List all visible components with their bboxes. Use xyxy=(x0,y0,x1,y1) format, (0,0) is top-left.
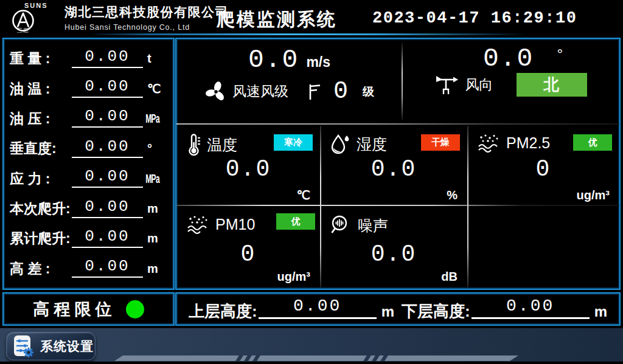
humidity-unit: % xyxy=(447,188,458,202)
upper-height-unit: m xyxy=(381,304,394,319)
pm25-label: PM2.5 xyxy=(506,134,550,152)
pm25-status-badge: 优 xyxy=(573,134,612,151)
humidity-value: 0.0 xyxy=(320,156,467,182)
humidity-cell: 湿度 干燥 0.0 % xyxy=(320,125,467,205)
wind-level-unit: 级 xyxy=(363,84,374,100)
metric-row-stress: 应 力 : 0.00 MPa xyxy=(10,164,167,194)
weight-value: 0.00 xyxy=(72,49,143,68)
temperature-unit: ℃ xyxy=(297,188,310,202)
lower-height-unit: m xyxy=(594,304,607,319)
pm10-status-badge: 优 xyxy=(276,213,315,230)
temperature-status-badge: 寒冷 xyxy=(274,134,313,151)
metrics-panel: 重 量 : 0.00 t 油 温 : 0.00 ℃ 油 压 : 0.00 MPa… xyxy=(2,38,175,290)
pm10-cell: PM10 优 0 ug/m³ xyxy=(176,206,320,289)
page-title: 爬模监测系统 xyxy=(217,7,337,32)
oil-pressure-value: 0.00 xyxy=(72,108,143,128)
metric-label: 本次爬升: xyxy=(10,199,72,218)
wind-speed-value: 0.0 xyxy=(248,47,299,73)
noise-unit: dB xyxy=(441,270,458,284)
upper-height-value: 0.00 xyxy=(259,298,377,319)
wind-level-value: 0 xyxy=(333,78,348,105)
metric-unit: ° xyxy=(143,142,167,156)
metric-row-current-climb: 本次爬升: 0.00 m xyxy=(10,194,167,224)
thermometer-icon xyxy=(186,133,201,156)
metric-unit: m xyxy=(143,232,167,246)
temperature-cell: 温度 寒冷 0.0 ℃ xyxy=(176,125,320,205)
pm25-unit: ug/m³ xyxy=(577,188,610,202)
lower-height-label: 下层高度: xyxy=(402,303,470,319)
metric-label: 重 量 : xyxy=(10,49,72,68)
temperature-value: 0.0 xyxy=(176,156,320,182)
metric-unit: MPa xyxy=(143,172,158,186)
heights-panel: 上层高度: 0.00 m 下层高度: 0.00 m xyxy=(175,292,621,326)
droplet-icon xyxy=(330,133,350,155)
wind-vane-icon xyxy=(435,74,459,96)
pm25-cell: PM2.5 优 0 ug/m³ xyxy=(467,125,619,205)
wind-group-label: 风速风级 xyxy=(232,82,288,101)
lower-height-value: 0.00 xyxy=(472,298,590,319)
metric-unit: m xyxy=(143,262,167,276)
settings-icon xyxy=(13,334,35,359)
verticality-value: 0.00 xyxy=(72,139,143,158)
metric-row-oil-pressure: 油 压 : 0.00 MPa xyxy=(10,104,167,134)
metric-label: 垂直度: xyxy=(10,139,72,158)
elevation-limit-label: 高程限位 xyxy=(33,298,116,320)
height-diff-value: 0.00 xyxy=(72,258,143,278)
logo-cn-text: 三思 xyxy=(17,27,29,35)
oil-temp-value: 0.00 xyxy=(72,78,143,98)
humidity-status-badge: 干燥 xyxy=(421,134,460,151)
env-row-2: PM10 优 0 ug/m³ 噪声 0.0 dB xyxy=(176,206,619,289)
stress-value: 0.00 xyxy=(72,168,143,188)
metric-row-oil-temp: 油 温 : 0.00 ℃ xyxy=(10,74,167,103)
wind-direction-value: 0.0 xyxy=(483,46,534,72)
system-settings-button[interactable]: 系统设置 xyxy=(6,332,96,360)
wind-direction-label: 风向 xyxy=(465,75,493,94)
metric-row-total-climb: 累计爬升: 0.00 m xyxy=(10,224,167,253)
fan-icon xyxy=(204,80,228,103)
elevation-limit-indicator xyxy=(126,300,144,318)
metric-label: 油 温 : xyxy=(10,80,72,98)
temperature-label: 温度 xyxy=(207,135,237,155)
noise-cell: 噪声 0.0 dB xyxy=(320,206,467,289)
metric-unit: ℃ xyxy=(143,81,167,96)
company-name-cn: 湖北三思科技股份有限公司 xyxy=(64,4,229,21)
metric-unit: MPa xyxy=(143,112,158,126)
pm25-value: 0 xyxy=(467,156,619,182)
settings-button-label: 系统设置 xyxy=(40,338,94,355)
current-climb-value: 0.00 xyxy=(72,199,143,218)
wind-speed-unit: m/s xyxy=(306,54,330,70)
header: SUNS 三思 湖北三思科技股份有限公司 Hubei Sansi Technol… xyxy=(0,0,623,33)
wind-direction-badge: 北 xyxy=(517,73,587,97)
company-name-block: 湖北三思科技股份有限公司 Hubei Sansi Technology Co.,… xyxy=(64,4,229,32)
pm10-value: 0 xyxy=(176,241,320,267)
datetime-display: 2023-04-17 16:29:10 xyxy=(372,9,577,27)
lower-height-group: 下层高度: 0.00 m xyxy=(398,294,611,324)
wind-direction-unit: ° xyxy=(557,47,563,61)
metric-label: 累计爬升: xyxy=(10,229,72,248)
metric-row-verticality: 垂直度: 0.00 ° xyxy=(10,134,167,163)
wind-speed-section: 0.0 m/s 风速风级 xyxy=(176,39,402,123)
environment-panel: 0.0 m/s 风速风级 xyxy=(175,38,621,290)
noise-value: 0.0 xyxy=(320,241,467,267)
footer-stripe xyxy=(114,355,518,361)
pm10-unit: ug/m³ xyxy=(277,270,310,284)
env-row-1: 温度 寒冷 0.0 ℃ 湿度 干燥 0.0 % xyxy=(176,125,619,205)
wind-flag-icon xyxy=(307,82,322,101)
empty-cell xyxy=(467,206,619,289)
humidity-label: 湿度 xyxy=(357,134,387,154)
pm10-label: PM10 xyxy=(215,216,255,233)
metric-label: 应 力 : xyxy=(10,170,72,188)
metric-label: 油 压 : xyxy=(10,109,72,128)
upper-height-group: 上层高度: 0.00 m xyxy=(185,294,398,324)
upper-height-label: 上层高度: xyxy=(189,303,257,319)
company-logo: SUNS 三思 xyxy=(7,1,63,33)
particles-icon xyxy=(477,133,500,153)
header-accent-line xyxy=(88,33,527,35)
total-climb-value: 0.00 xyxy=(72,228,143,248)
metric-unit: t xyxy=(143,52,167,66)
metric-row-height-diff: 高 差 : 0.00 m xyxy=(10,254,167,284)
metric-unit: m xyxy=(143,202,167,216)
noise-label: 噪声 xyxy=(358,216,388,236)
particles-icon xyxy=(186,215,209,234)
noise-icon xyxy=(330,215,352,236)
